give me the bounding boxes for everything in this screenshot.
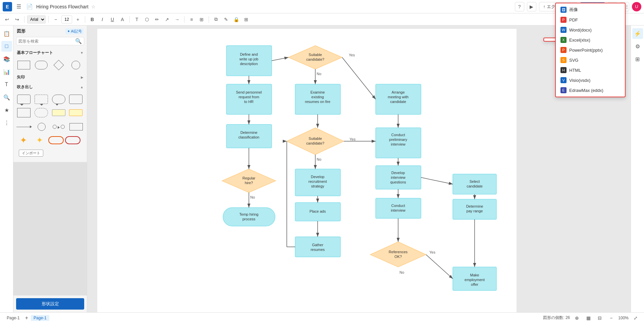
export-icon: ↑ — [543, 4, 546, 9]
document-title: Hiring Process Flowchart — [36, 4, 89, 9]
font-size-decrease[interactable]: − — [51, 15, 60, 24]
page-1-tab[interactable]: Page-1 — [4, 315, 22, 321]
svg-text:resumes: resumes — [311, 248, 325, 252]
redo-button[interactable]: ↪ — [13, 15, 21, 24]
bubble-5[interactable] — [16, 107, 32, 119]
export-item-edraw[interactable]: EEdrawMax (eddx) — [556, 85, 625, 95]
arrow-section[interactable]: 矢印 ▶ — [13, 72, 87, 82]
export-item-svg[interactable]: SSVG — [556, 55, 625, 65]
shape-rounded-rect[interactable] — [34, 59, 49, 71]
add-page-button[interactable]: + — [25, 315, 28, 321]
export-item-html[interactable]: HHTML — [556, 65, 625, 75]
shape-circle[interactable] — [68, 59, 84, 71]
pdf-icon: P — [560, 17, 567, 23]
bottom-target-icon[interactable]: ⊕ — [573, 314, 581, 322]
star-yellow-2[interactable]: ✦ — [32, 134, 47, 146]
star-yellow[interactable]: ✦ — [16, 134, 31, 146]
shape-search-input[interactable] — [18, 39, 75, 44]
distribute-button[interactable]: ⊞ — [197, 15, 206, 24]
templates-button[interactable]: 📋 — [1, 28, 12, 39]
arrow-rect-1[interactable] — [68, 121, 84, 133]
font-size-increase[interactable]: + — [73, 15, 82, 24]
shape-settings-button[interactable]: 形状設定 — [16, 298, 84, 310]
shape-fill[interactable]: ⬡ — [143, 15, 151, 24]
right-grid-button[interactable]: ⊞ — [632, 54, 643, 64]
line-style[interactable]: ✏ — [153, 15, 161, 24]
right-settings-button[interactable]: ⚙ — [632, 41, 643, 52]
export-item-ppt[interactable]: PPowerPoint(pptx) — [556, 45, 625, 55]
arrow-shapes-row1 — [13, 120, 87, 133]
ai-badge[interactable]: ✦ AI記号 — [65, 29, 84, 34]
bubble-6[interactable] — [34, 107, 49, 119]
more-tools[interactable]: ⊞ — [242, 15, 251, 24]
help-button[interactable]: ? — [515, 2, 524, 11]
arrow-circle-2[interactable] — [51, 121, 67, 133]
arrow-circle-1[interactable] — [34, 121, 50, 133]
shape-rect[interactable] — [16, 59, 32, 71]
export-item-word[interactable]: WWord(docx) — [556, 25, 625, 35]
zoom-out-button[interactable]: − — [607, 314, 615, 322]
layer-button[interactable]: ⧉ — [212, 15, 220, 24]
bottom-columns-icon[interactable]: ⊟ — [595, 314, 604, 322]
flowchart-section[interactable]: 基本フローチャート ▼ — [13, 48, 87, 58]
menu-button[interactable]: ☰ — [15, 3, 23, 11]
bubble-8[interactable] — [68, 107, 84, 119]
svg-text:candidate: candidate — [390, 100, 406, 104]
undo-button[interactable]: ↩ — [3, 15, 11, 24]
oval-orange[interactable] — [48, 134, 64, 146]
right-connect-button[interactable]: ⚡ — [632, 28, 643, 39]
italic-button[interactable]: I — [98, 15, 107, 24]
bold-button[interactable]: B — [88, 15, 97, 24]
bottom-grid-icon[interactable]: ▦ — [584, 314, 593, 322]
more-button[interactable]: ⋮ — [1, 117, 12, 128]
export-item-pdf[interactable]: PPDF — [556, 15, 625, 25]
connector-style[interactable]: ↗ — [163, 15, 171, 24]
search-box: 🔍 — [16, 37, 84, 45]
export-item-visio[interactable]: VVisio(vsdx) — [556, 75, 625, 85]
panel-title: 図形 — [17, 28, 25, 34]
svg-text:questions: questions — [390, 180, 406, 184]
canvas-area[interactable]: Define and write up job description Suit… — [87, 25, 631, 312]
arrow-style[interactable]: → — [173, 15, 181, 24]
svg-rect-11 — [226, 84, 272, 114]
underline-button[interactable]: U — [108, 15, 117, 24]
export-item-image[interactable]: 🖼画像 — [556, 5, 625, 15]
export-item-excel[interactable]: XExcel(xlsx) — [556, 35, 625, 45]
import-button[interactable]: インポート — [19, 150, 43, 157]
current-page-tab[interactable]: Page-1 — [31, 315, 49, 321]
font-selector[interactable]: Arial — [27, 15, 46, 23]
bubble-2[interactable] — [34, 93, 49, 105]
shape-settings-section: 形状設定 — [13, 295, 87, 312]
font-size-input[interactable] — [61, 15, 72, 23]
font-color-button[interactable]: A — [118, 15, 127, 24]
search-button[interactable]: 🔍 — [1, 92, 12, 103]
shapes-button[interactable]: □ — [1, 41, 12, 52]
favorite-icon[interactable]: ☆ — [91, 4, 96, 9]
svg-text:Determine: Determine — [466, 204, 483, 208]
svg-text:classification: classification — [238, 135, 259, 139]
lock-button[interactable]: 🔒 — [232, 15, 240, 24]
right-panel: ⚡ ⚙ ⊞ — [631, 25, 644, 312]
bubble-section[interactable]: 吹き出し ▲ — [13, 82, 87, 92]
play-button[interactable]: ▶ — [527, 2, 536, 11]
library-button[interactable]: 📚 — [1, 54, 12, 64]
user-avatar[interactable]: U — [632, 2, 641, 11]
file-icon[interactable]: 📄 — [25, 3, 34, 11]
bubble-4[interactable] — [68, 93, 84, 105]
icon-rail: 📋 □ 📚 📊 T 🔍 ★ ⋮ — [0, 25, 13, 312]
text-button[interactable]: T — [1, 79, 12, 90]
bubble-7[interactable] — [51, 107, 66, 119]
svg-text:No: No — [399, 270, 404, 274]
fullscreen-button[interactable]: ⤢ — [631, 314, 640, 322]
chart-button[interactable]: 📊 — [1, 66, 12, 77]
oval-red[interactable] — [65, 134, 80, 146]
arrow-line-1[interactable] — [16, 121, 32, 133]
edit-button[interactable]: ✎ — [222, 15, 230, 24]
toolbar: ↩ ↪ Arial − + B I U A T ⬡ ✏ ↗ → ≡ ⊞ ⧉ ✎ … — [0, 13, 644, 25]
icons-button[interactable]: ★ — [1, 105, 12, 115]
bubble-3[interactable] — [51, 93, 66, 105]
shape-diamond[interactable] — [51, 59, 66, 71]
align-button[interactable]: ≡ — [187, 15, 196, 24]
text-align-left[interactable]: T — [132, 15, 141, 24]
bubble-1[interactable] — [16, 93, 32, 105]
